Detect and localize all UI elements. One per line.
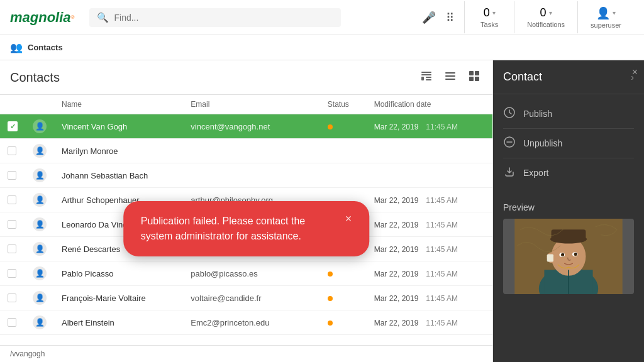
export-icon [504,166,515,177]
table-row[interactable]: 👤Pablo Picassopablo@picasso.esMar 22, 20… [0,261,492,286]
sidebar-close-button[interactable]: × [632,67,638,78]
date-value: Mar 22, 2019 [374,270,419,278]
row-status [320,310,367,335]
svg-rect-21 [552,229,586,241]
row-status [320,139,367,163]
row-email: voltaire@candide.fr [183,286,319,310]
date-value: Mar 22, 2019 [374,319,419,327]
svg-rect-7 [445,79,455,80]
row-name: Marilyn Monroe [54,139,183,163]
unpublish-icon [504,136,515,148]
row-person-icon: 👤 [25,286,54,310]
notifications-count: 0 [540,6,547,19]
error-message: Publication failed. Please contact the s… [141,214,335,244]
view-controls [418,68,482,87]
tasks-count: 0 [484,6,490,19]
svg-rect-4 [421,77,424,80]
row-checkbox[interactable] [0,139,25,163]
svg-point-24 [562,253,564,255]
time-value: 11:45 AM [426,294,458,303]
notifications-button[interactable]: 0 ▾ Notifications [514,1,578,33]
table-row[interactable]: 👤Marilyn Monroe [0,139,492,163]
row-name: François-Marie Voltaire [54,286,183,310]
col-status: Status [320,95,367,114]
row-email [183,139,319,163]
status-dot [328,124,333,129]
svg-rect-11 [475,77,479,81]
user-caret[interactable]: ▾ [613,9,616,16]
breadcrumb-bar: 👥 Contacts [0,35,644,60]
table-row[interactable]: 👤Johann Sebastian Bach [0,163,492,188]
tasks-caret[interactable]: ▾ [492,9,496,16]
edit-view-button[interactable] [418,68,435,87]
error-close-button[interactable]: × [345,212,352,226]
row-checkbox[interactable]: ✓ [0,114,25,139]
row-checkbox[interactable] [0,163,25,188]
user-button[interactable]: 👤 ▾ superuser [578,1,634,34]
row-checkbox[interactable] [0,286,25,310]
svg-rect-9 [475,71,479,75]
grid-view-button[interactable] [466,68,482,87]
svg-rect-3 [426,79,431,80]
tasks-button[interactable]: 0 ▾ Tasks [464,1,514,33]
row-email: Emc2@princeton.edu [183,310,319,335]
row-checkbox[interactable] [0,237,25,261]
preview-artwork [503,219,634,294]
row-name: Johann Sebastian Bach [54,163,183,188]
preview-section: Preview [493,192,644,304]
notifications-caret[interactable]: ▾ [549,9,552,16]
bottom-path: /vvangogh [0,345,492,362]
row-date: Mar 22, 201911:45 AM [367,310,492,335]
search-bar[interactable]: 🔍 [89,8,341,27]
date-value: Mar 22, 2019 [374,221,419,229]
svg-rect-10 [469,77,474,81]
time-value: 11:45 AM [426,270,458,278]
table-wrapper: Name Email Status Modification date ✓👤Vi… [0,95,492,362]
svg-rect-0 [421,72,431,73]
col-name: Name [54,95,183,114]
row-date [367,163,492,188]
action-publish[interactable]: Publish [493,99,644,128]
table-row[interactable]: 👤François-Marie Voltairevoltaire@candide… [0,286,492,310]
time-value: 11:45 AM [426,123,458,131]
preview-image [503,219,634,294]
sidebar-title: Contact [503,70,542,84]
svg-rect-29 [547,255,553,262]
row-email: vincent@vangogh.net [183,114,319,139]
row-checkbox[interactable] [0,261,25,286]
col-date: Modification date [367,95,492,114]
action-export[interactable]: Export [493,158,644,187]
action-label: Publish [523,109,552,119]
row-checkbox[interactable] [0,188,25,212]
mic-icon[interactable]: 🎤 [417,6,441,30]
topbar-right: 🎤 ⠿ 0 ▾ Tasks 0 ▾ Notifications 👤 ▾ supe… [417,1,634,34]
row-email [183,163,319,188]
date-value: Mar 22, 2019 [374,294,419,303]
svg-rect-2 [426,77,431,78]
tasks-label: Tasks [480,21,498,28]
page-title: Contacts [10,70,60,85]
list-view-button[interactable] [442,68,458,87]
row-name: Vincent Van Gogh [54,114,183,139]
breadcrumb-person-icon: 👥 [10,41,23,53]
main-layout: Contacts [0,60,644,362]
grid-icon[interactable]: ⠿ [441,6,459,30]
row-date: Mar 22, 201911:45 AM [367,237,492,261]
table-row[interactable]: 👤Albert EinsteinEmc2@princeton.eduMar 22… [0,310,492,335]
row-date: Mar 22, 201911:45 AM [367,114,492,139]
row-checkbox[interactable] [0,212,25,237]
error-toast: Publication failed. Please contact the s… [123,201,370,256]
time-value: 11:45 AM [426,319,458,327]
date-value: Mar 22, 2019 [374,196,419,205]
svg-rect-8 [469,71,474,75]
action-label: Export [523,168,548,178]
sidebar: Contact › × PublishUnpublishExport Previ… [493,60,644,362]
table-row[interactable]: ✓👤Vincent Van Goghvincent@vangogh.netMar… [0,114,492,139]
publish-icon [504,107,515,118]
action-unpublish[interactable]: Unpublish [493,129,644,158]
row-name: Albert Einstein [54,310,183,335]
row-date: Mar 22, 201911:45 AM [367,212,492,237]
search-input[interactable] [114,13,333,23]
row-checkbox[interactable] [0,310,25,335]
row-date [367,139,492,163]
